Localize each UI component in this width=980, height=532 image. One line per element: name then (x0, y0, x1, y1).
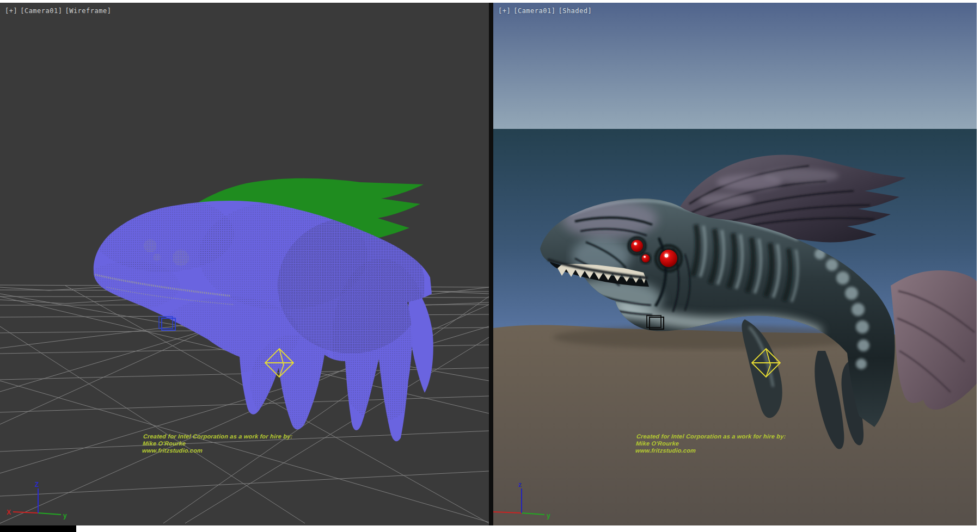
axis-x-label: X (7, 509, 11, 516)
eye-large (660, 250, 677, 267)
viewport-wireframe[interactable]: [+][Camera01][Wireframe] Created for Int… (0, 3, 489, 525)
viewport-menu-camera[interactable]: [Camera01] (20, 7, 62, 15)
viewport-menu-expand[interactable]: [+] (498, 7, 511, 15)
axis-z-label: Z (35, 481, 39, 488)
viewport-menu-shading[interactable]: [Shaded] (558, 7, 592, 15)
axis-y-label: y (547, 512, 550, 519)
fish-caudal-fin[interactable] (891, 270, 977, 410)
eye-small-mid (642, 255, 650, 263)
dual-viewport-screenshot: [+][Camera01][Wireframe] Created for Int… (0, 0, 980, 532)
eye-small-upper (631, 240, 643, 252)
axis-tripod: X y Z (7, 481, 67, 519)
viewport-menu-shading[interactable]: [Wireframe] (65, 7, 111, 15)
axis-z-label: z (518, 481, 522, 488)
viewport-label-right: [+][Camera01][Shaded] (498, 7, 595, 15)
axis-y-label: y (63, 512, 67, 519)
viewport-label-left: [+][Camera01][Wireframe] (5, 7, 114, 15)
watermark-text: Created for Intel Corporation as a work … (635, 433, 786, 454)
watermark-text: Created for Intel Corporation as a work … (142, 433, 293, 454)
viewport-divider[interactable] (489, 3, 493, 525)
sky (493, 3, 977, 129)
viewport-shaded[interactable]: [+][Camera01][Shaded] Created for Intel … (493, 3, 977, 525)
bottom-left-ui-strip (0, 525, 76, 532)
viewport-menu-camera[interactable]: [Camera01] (513, 7, 555, 15)
viewport-menu-expand[interactable]: [+] (5, 7, 17, 15)
